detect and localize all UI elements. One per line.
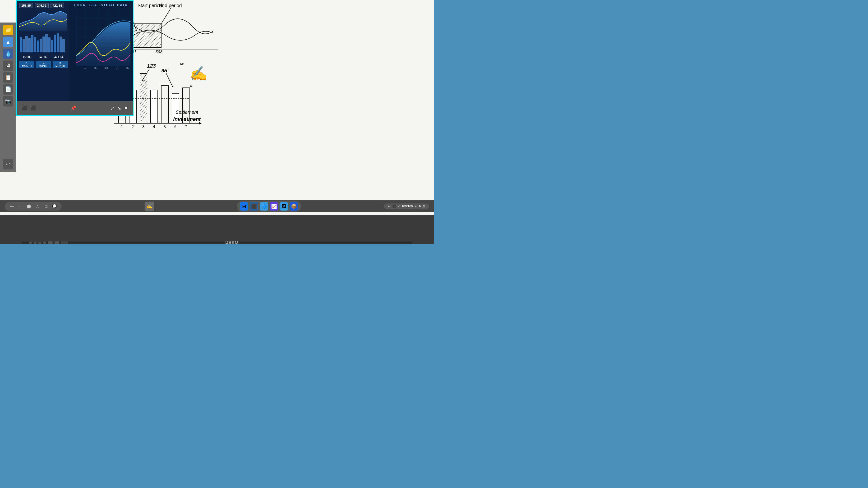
val-95: 95	[161, 68, 167, 73]
x-label-5: 5	[164, 125, 166, 129]
val-123: 123	[147, 63, 156, 69]
nav-prev-btn[interactable]: <	[398, 204, 400, 208]
bottom-val-3: 421.84	[54, 56, 63, 59]
hatch-10	[139, 26, 161, 48]
bar-4	[151, 90, 158, 123]
svg-rect-30	[31, 35, 33, 52]
chart-split-right-btn[interactable]: ⬛	[30, 105, 36, 111]
tool-rect[interactable]: ▭	[17, 203, 24, 210]
chart-expand-btn[interactable]: ⤢	[110, 105, 114, 111]
chart-title: LOCAL STATISTICAL DATA	[71, 3, 130, 7]
svg-line-19	[140, 95, 147, 104]
nav-zoom-btn[interactable]: ⊕	[418, 204, 421, 208]
x-02: 02	[94, 66, 97, 69]
taskbar: — ▭ ⬤ △ ◻ 💬 ✍ ⊞ ⬛ 🔷 📈 🖼 📦 ⇐ ⬛ < 100/100 …	[0, 200, 434, 212]
x-label-7: 7	[185, 125, 187, 129]
monitor: Start period End period	[0, 0, 434, 244]
x-05: 05	[126, 66, 129, 69]
taskbar-apps: ⊞ ⬛ 🔷 📈 🖼 📦	[237, 201, 301, 212]
whiteboard-area: Start period End period	[0, 0, 434, 215]
chart-close-btn[interactable]: ✕	[124, 105, 128, 111]
chart-toolbar-right: ⤢ ⤡ ✕	[110, 105, 128, 111]
bottom-val-2: 245.32	[39, 56, 48, 59]
app-gallery[interactable]: 🖼	[280, 202, 288, 211]
taskbar-navigation: ⇐ ⬛ < 100/100 > ⊕ ⊞	[384, 204, 429, 209]
svg-rect-41	[62, 39, 65, 52]
period-2-month-btn[interactable]: 2 MONTH	[36, 61, 51, 68]
svg-rect-40	[60, 36, 62, 52]
taskbar-tools: — ▭ ⬤ △ ◻ 💬	[5, 202, 62, 211]
sidebar-icon-back[interactable]: ↩	[3, 159, 13, 169]
x-label-1: 1	[121, 125, 123, 129]
tool-circle[interactable]: ⬤	[26, 203, 32, 210]
svg-line-11	[140, 73, 142, 76]
label-ab: AB	[180, 62, 184, 66]
sidebar-icon-display[interactable]: 🖥	[3, 60, 13, 71]
svg-rect-36	[48, 37, 51, 52]
x-04: 04	[116, 66, 119, 69]
app-windows[interactable]: ⊞	[240, 202, 248, 211]
nav-layout-btn[interactable]: ⊞	[423, 204, 426, 208]
sidebar-icon-drive[interactable]: ▲	[3, 37, 13, 47]
investment-label: Investment	[173, 116, 201, 122]
app-grid[interactable]: ⬛	[250, 202, 258, 211]
bottom-val-1: 158.85	[23, 56, 32, 59]
svg-rect-34	[42, 36, 45, 52]
chart-shrink-btn[interactable]: ⤡	[117, 105, 121, 111]
svg-line-16	[140, 84, 147, 94]
svg-line-21	[140, 102, 147, 112]
gesture-icon[interactable]: ✍	[145, 202, 154, 211]
port-icons	[29, 241, 68, 244]
app-sidebar: 📁 ▲ 💧 🖥 📋 📄 📷 ↩	[0, 23, 16, 172]
benq-logo: BenQ	[225, 240, 239, 244]
monitor-bar: BenQ	[0, 215, 434, 244]
app-package[interactable]: 📦	[289, 202, 298, 211]
chart-values: 158.85 245.32 421.84	[19, 3, 67, 8]
chart-split-left-btn[interactable]: ⬛	[22, 105, 28, 111]
usb-port-1	[48, 241, 53, 244]
sidebar-icon-folder[interactable]: 📁	[3, 25, 13, 35]
svg-line-18	[140, 91, 147, 101]
svg-line-22	[140, 105, 147, 115]
x-03: 03	[105, 66, 108, 69]
x-label-4: 4	[153, 125, 155, 129]
tool-triangle[interactable]: △	[34, 203, 41, 210]
chart-right-pane: LOCAL STATISTICAL DATA	[69, 1, 133, 101]
nav-home-btn[interactable]: ⬛	[392, 204, 396, 208]
sidebar-icon-camera[interactable]: 📷	[3, 96, 13, 106]
period-buttons: 1 MONTH 2 MONTH 3 MONTH	[19, 61, 67, 68]
gesture-icon-area: ✍	[145, 202, 154, 211]
svg-rect-35	[45, 34, 48, 52]
bar-axis-arrow	[199, 122, 202, 124]
mini-line-svg	[19, 10, 67, 31]
screen: Start period End period	[0, 0, 434, 215]
sidebar-icon-files[interactable]: 📋	[3, 72, 13, 83]
port-1	[29, 242, 32, 244]
nav-next-btn[interactable]: >	[414, 204, 416, 208]
app-diamond[interactable]: 🔷	[260, 202, 268, 211]
value-box-3: 421.84	[51, 3, 64, 8]
chart-left-pane: 158.85 245.32 421.84	[17, 1, 69, 101]
tool-square[interactable]: ◻	[43, 203, 49, 210]
svg-rect-37	[51, 40, 53, 52]
period-3-month-btn[interactable]: 3 MONTH	[53, 61, 68, 68]
port-2	[34, 242, 36, 244]
nav-back-btn[interactable]: ⇐	[388, 204, 390, 208]
val-568: 568	[155, 50, 162, 54]
svg-line-24	[141, 113, 147, 121]
period-1-month-btn[interactable]: 1 MONTH	[19, 61, 34, 68]
chart-overlay: 158.85 245.32 421.84	[16, 0, 133, 116]
value-box-2: 245.32	[35, 3, 49, 8]
x-label-6: 6	[174, 125, 177, 129]
settlement-label: Settlement	[176, 110, 198, 115]
svg-line-15	[140, 81, 147, 90]
chart-pin-btn[interactable]: 📌	[70, 105, 76, 111]
svg-rect-39	[57, 33, 59, 52]
tool-bubble[interactable]: 💬	[51, 203, 58, 210]
svg-rect-38	[54, 35, 56, 52]
tool-line[interactable]: —	[8, 203, 15, 210]
sidebar-icon-dropbox[interactable]: 💧	[3, 49, 13, 59]
sidebar-icon-doc[interactable]: 📄	[3, 84, 13, 95]
app-chart[interactable]: 📈	[270, 202, 278, 211]
speaker-grille	[61, 241, 68, 244]
